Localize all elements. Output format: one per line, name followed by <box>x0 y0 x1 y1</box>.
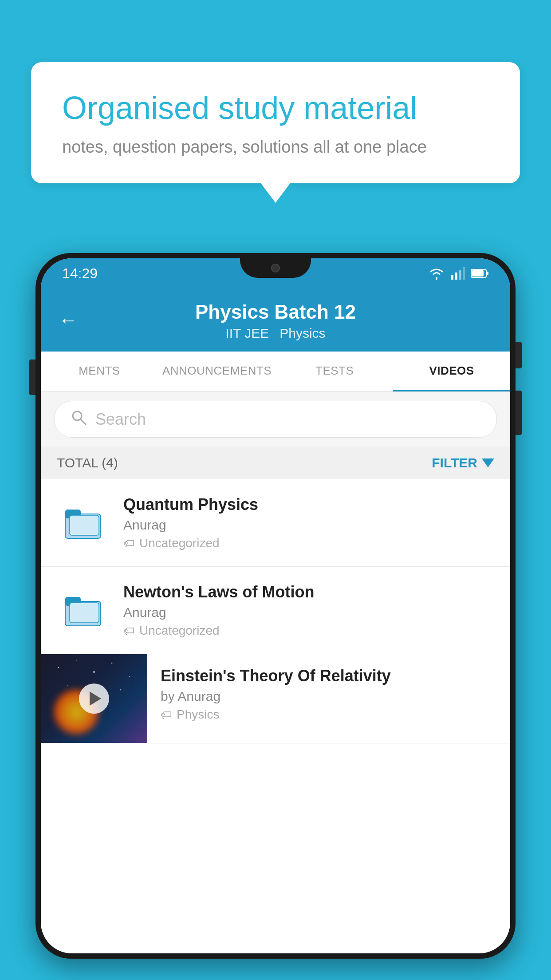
signal-icon <box>451 267 465 280</box>
power-button-top <box>516 342 522 368</box>
tabs-bar: MENTS ANNOUNCEMENTS TESTS VIDEOS <box>41 352 510 392</box>
list-item[interactable]: Newton's Laws of Motion Anurag 🏷 Uncateg… <box>41 567 510 654</box>
speech-bubble: Organised study material notes, question… <box>31 62 520 183</box>
bubble-title: Organised study material <box>62 89 489 127</box>
video-list: Quantum Physics Anurag 🏷 Uncategorized <box>41 479 510 743</box>
play-icon <box>90 692 101 706</box>
einstein-tag-row: 🏷 Physics <box>161 707 497 722</box>
tab-tests[interactable]: TESTS <box>276 352 393 391</box>
filter-row: TOTAL (4) FILTER <box>41 447 510 479</box>
back-button[interactable]: ← <box>59 309 78 331</box>
filter-label: FILTER <box>432 455 477 470</box>
svg-point-22 <box>120 689 122 691</box>
svg-point-20 <box>129 676 130 677</box>
svg-rect-4 <box>463 267 465 280</box>
svg-line-9 <box>80 419 86 424</box>
video-info-2: Newton's Laws of Motion Anurag 🏷 Uncateg… <box>123 583 492 638</box>
tag-icon-3: 🏷 <box>161 708 172 722</box>
svg-rect-2 <box>455 273 457 280</box>
video-author-1: Anurag <box>123 518 492 533</box>
bubble-subtitle: notes, question papers, solutions all at… <box>62 138 489 157</box>
play-button[interactable] <box>79 684 109 714</box>
video-tag-2: Uncategorized <box>139 624 220 638</box>
svg-rect-7 <box>487 272 488 275</box>
status-time: 14:29 <box>62 265 98 282</box>
notch <box>240 258 311 278</box>
svg-point-17 <box>76 660 77 661</box>
search-container: Search <box>41 392 510 447</box>
tab-announcements[interactable]: ANNOUNCEMENTS <box>158 352 276 391</box>
svg-point-19 <box>111 663 113 664</box>
wifi-icon <box>429 267 445 280</box>
battery-icon <box>471 269 489 278</box>
svg-rect-15 <box>70 603 99 623</box>
tag-icon-2: 🏷 <box>123 624 135 638</box>
video-author-2: Anurag <box>123 605 492 620</box>
video-tag-row-2: 🏷 Uncategorized <box>123 624 492 638</box>
folder-thumbnail-2 <box>59 586 107 635</box>
einstein-tag: Physics <box>177 707 219 722</box>
filter-icon <box>482 458 494 467</box>
svg-rect-1 <box>451 275 453 280</box>
speech-bubble-container: Organised study material notes, question… <box>31 62 520 183</box>
einstein-info: Einstein's Theory Of Relativity by Anura… <box>147 654 510 734</box>
status-icons <box>429 267 489 280</box>
header-tags: IIT JEE Physics <box>225 326 325 341</box>
phone-wrapper: 14:29 <box>35 253 516 980</box>
svg-rect-3 <box>459 270 461 280</box>
svg-point-21 <box>67 685 68 686</box>
header-tag-physics: Physics <box>279 326 325 341</box>
svg-point-16 <box>58 667 59 668</box>
video-title-2: Newton's Laws of Motion <box>123 583 492 601</box>
phone-screen: 14:29 <box>41 258 510 953</box>
tab-ments[interactable]: MENTS <box>41 352 158 391</box>
list-item[interactable]: Quantum Physics Anurag 🏷 Uncategorized <box>41 479 510 567</box>
video-title-1: Quantum Physics <box>123 495 492 514</box>
status-bar: 14:29 <box>41 258 510 288</box>
total-count: TOTAL (4) <box>57 455 118 470</box>
tag-icon-1: 🏷 <box>123 537 135 550</box>
app-header: ← Physics Batch 12 IIT JEE Physics <box>41 288 510 352</box>
phone-outer: 14:29 <box>35 253 516 959</box>
folder-thumbnail-1 <box>59 498 107 547</box>
search-icon <box>71 409 87 429</box>
filter-button[interactable]: FILTER <box>432 455 494 470</box>
volume-button <box>29 360 35 395</box>
header-title: Physics Batch 12 <box>195 301 356 323</box>
svg-rect-6 <box>472 270 484 277</box>
header-tag-iit: IIT JEE <box>225 326 269 341</box>
svg-point-0 <box>436 277 437 279</box>
folder-icon <box>63 590 103 630</box>
camera <box>271 264 280 273</box>
svg-rect-12 <box>70 515 99 535</box>
video-tag-row-1: 🏷 Uncategorized <box>123 536 492 550</box>
einstein-thumbnail <box>41 654 147 743</box>
video-info-1: Quantum Physics Anurag 🏷 Uncategorized <box>123 495 492 550</box>
search-placeholder: Search <box>95 410 146 429</box>
list-item[interactable]: Einstein's Theory Of Relativity by Anura… <box>41 654 510 743</box>
power-button-bottom <box>516 391 522 435</box>
search-box[interactable]: Search <box>54 401 497 438</box>
video-tag-1: Uncategorized <box>139 536 220 550</box>
folder-icon <box>63 503 103 543</box>
einstein-author: by Anurag <box>161 689 497 704</box>
svg-point-18 <box>93 671 95 673</box>
einstein-title: Einstein's Theory Of Relativity <box>161 667 497 685</box>
tab-videos[interactable]: VIDEOS <box>393 352 510 391</box>
